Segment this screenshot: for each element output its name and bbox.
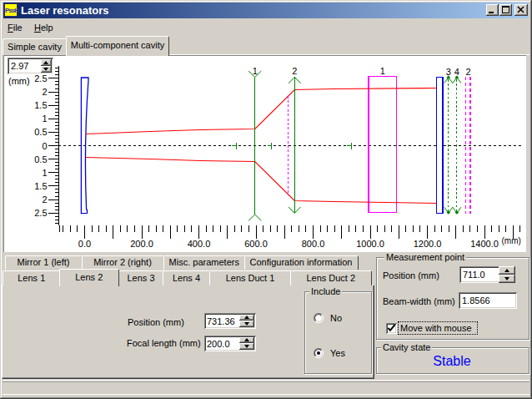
svg-text:1.5: 1.5 <box>34 100 47 110</box>
svg-text:2: 2 <box>465 67 470 77</box>
svg-text:600.0: 600.0 <box>244 239 268 249</box>
svg-text:2: 2 <box>292 66 297 76</box>
svg-text:2.5: 2.5 <box>34 73 47 83</box>
svg-text:1.5: 1.5 <box>34 181 47 191</box>
svg-text:800.0: 800.0 <box>302 239 325 249</box>
svg-text:0: 0 <box>42 141 47 151</box>
svg-text:(mm): (mm) <box>502 236 521 245</box>
svg-text:(mm): (mm) <box>8 76 30 86</box>
svg-text:200.0: 200.0 <box>130 239 153 249</box>
svg-text:0.5: 0.5 <box>34 127 47 137</box>
svg-text:400.0: 400.0 <box>188 239 211 249</box>
svg-text:0.5: 0.5 <box>34 154 47 164</box>
svg-text:1: 1 <box>42 168 47 178</box>
svg-text:1: 1 <box>253 66 258 76</box>
svg-text:0.0: 0.0 <box>78 239 91 249</box>
svg-text:4: 4 <box>454 67 459 77</box>
svg-text:1: 1 <box>42 114 47 124</box>
svg-text:1400.0: 1400.0 <box>470 239 499 249</box>
svg-text:1200.0: 1200.0 <box>414 239 442 249</box>
svg-text:1000.0: 1000.0 <box>356 239 384 249</box>
svg-text:2: 2 <box>42 87 47 97</box>
svg-text:1: 1 <box>380 66 385 76</box>
svg-text:2.5: 2.5 <box>34 208 47 218</box>
svg-text:2: 2 <box>42 194 47 205</box>
svg-text:3: 3 <box>446 67 451 77</box>
